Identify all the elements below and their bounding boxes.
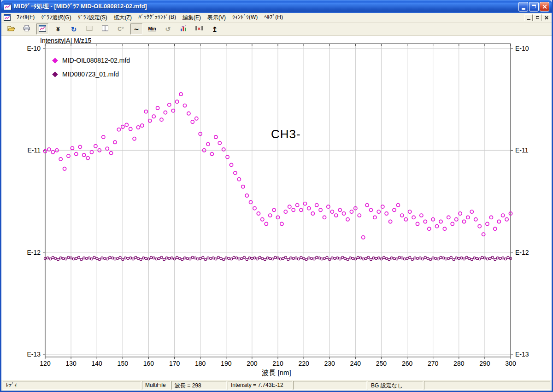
x-tick-label: 190 <box>221 360 232 367</box>
status-wavelength: 波長 = 298 <box>171 381 227 390</box>
export-button[interactable]: ↥ <box>209 23 221 35</box>
printer-icon <box>23 25 30 34</box>
legend-marker-diamond-icon <box>52 58 58 64</box>
status-intensity: Intensity = 7.743E-12 <box>228 381 292 390</box>
celsius-button: C° <box>115 23 127 35</box>
app-window: MIDﾃﾞｰﾀ処理 - [MIDｸﾞﾗﾌ MID-OIL080812-02.mf… <box>0 0 553 392</box>
menu-graph-select[interactable]: ｸﾞﾗﾌ選択(G) <box>38 13 74 23</box>
child-close-icon <box>544 16 548 20</box>
x-tick-label: 280 <box>453 360 465 367</box>
chart-annotation: CH3- <box>271 127 301 141</box>
menu-view[interactable]: 表示(V) <box>204 13 229 23</box>
maximize-icon <box>532 5 536 8</box>
y-tick-label-left: E-11 <box>27 146 41 154</box>
child-minimize-button[interactable] <box>524 14 533 21</box>
child-minimize-icon <box>527 19 530 20</box>
x-tick-label: 210 <box>272 360 283 367</box>
open-file-button[interactable] <box>5 23 17 35</box>
wave-display-button[interactable]: ~ <box>130 23 142 35</box>
status-mode: MultiFile <box>142 381 171 390</box>
legend-label: MID080723_01.mfd <box>62 70 119 78</box>
minimize-button[interactable] <box>518 2 528 12</box>
y-tick-label-left: E-13 <box>27 351 41 358</box>
x-tick-label: 230 <box>324 360 335 367</box>
legend-item: MID-OIL080812-02.mfd <box>53 53 130 67</box>
split-view-button[interactable] <box>99 23 111 35</box>
min-button[interactable]: Min <box>146 23 158 35</box>
scale-settings-button[interactable]: ¥ <box>52 23 64 35</box>
y-tick-label-right: E-12 <box>515 249 529 256</box>
menu-graph-settings[interactable]: ｸﾞﾗﾌ設定(S) <box>75 13 111 23</box>
maximize-button[interactable] <box>529 2 539 12</box>
loop-icon: ↺ <box>165 26 171 32</box>
legend-item: MID080723_01.mfd <box>53 67 130 81</box>
status-bg: BG 設定なし <box>368 381 423 390</box>
x-tick-label: 170 <box>169 360 180 367</box>
chart-title: Intensity[A] M/z15 <box>40 37 91 44</box>
chart-plot[interactable]: 1201301401501601701801902002102202302402… <box>1 36 552 380</box>
child-restore-icon <box>536 16 539 19</box>
menu-zoom[interactable]: 拡大(Z) <box>111 13 135 23</box>
titlebar: MIDﾃﾞｰﾀ処理 - [MIDｸﾞﾗﾌ MID-OIL080812-02.mf… <box>1 0 552 13</box>
menu-edit[interactable]: 編集(E) <box>179 13 204 23</box>
x-tick-label: 240 <box>350 360 361 367</box>
graph-window-icon <box>39 25 46 34</box>
legend-marker-diamond-icon <box>52 71 58 77</box>
x-tick-label: 270 <box>428 360 439 367</box>
panel-icon <box>86 25 93 34</box>
menu-help[interactable]: ﾍﾙﾌﾟ(H) <box>261 13 286 23</box>
menu-window[interactable]: ｳｨﾝﾄﾞｳ(W) <box>229 13 261 23</box>
y-tick-label-right: E-13 <box>515 351 529 358</box>
refresh-icon: ↻ <box>71 26 77 33</box>
close-icon <box>542 4 547 9</box>
multi-graph-icon <box>180 25 187 34</box>
up-arrow-icon: ↥ <box>212 26 218 33</box>
celsius-icon: C° <box>118 26 124 32</box>
x-tick-label: 120 <box>40 360 51 367</box>
yen-icon: ¥ <box>56 26 60 32</box>
x-tick-label: 200 <box>247 360 258 367</box>
x-tick-label: 150 <box>118 360 129 367</box>
split-panel-icon <box>101 25 109 34</box>
x-tick-label: 180 <box>195 360 206 367</box>
panel-button <box>83 23 95 35</box>
statusbar: ﾚﾃﾞｨMultiFile波長 = 298Intensity = 7.743E-… <box>1 380 552 391</box>
x-tick-label: 300 <box>505 360 516 367</box>
status-spare <box>293 381 367 390</box>
x-tick-label: 250 <box>376 360 387 367</box>
x-tick-label: 260 <box>402 360 413 367</box>
multi-graph-button[interactable] <box>177 23 189 35</box>
legend-label: MID-OIL080812-02.mfd <box>62 57 130 64</box>
menu-background[interactable]: ﾊﾞｯｸｸﾞﾗｳﾝﾄﾞ(B) <box>135 13 179 23</box>
cut-region-icon: × <box>195 25 203 34</box>
chart-region: 1201301401501601701801902002102202302402… <box>1 36 552 380</box>
minimize-icon <box>522 8 525 10</box>
x-tick-label: 130 <box>65 360 76 367</box>
close-button[interactable] <box>540 2 549 12</box>
window-title: MIDﾃﾞｰﾀ処理 - [MIDｸﾞﾗﾌ MID-OIL080812-02.mf… <box>14 2 518 11</box>
child-restore-button[interactable] <box>533 14 541 21</box>
menubar: ﾌｧｲﾙ(F)ｸﾞﾗﾌ選択(G)ｸﾞﾗﾌ設定(S)拡大(Z)ﾊﾞｯｸｸﾞﾗｳﾝﾄ… <box>1 13 552 23</box>
x-tick-label: 140 <box>92 360 103 367</box>
print-button[interactable] <box>21 23 33 35</box>
y-tick-label-left: E-10 <box>27 45 41 52</box>
status-spare-2 <box>424 381 550 390</box>
x-tick-label: 160 <box>143 360 154 367</box>
y-tick-label-right: E-10 <box>515 45 529 52</box>
wave-icon: ~ <box>134 25 139 33</box>
menu-file[interactable]: ﾌｧｲﾙ(F) <box>13 13 38 23</box>
folder-open-icon <box>7 25 15 34</box>
min-icon: Min <box>148 27 156 31</box>
app-icon <box>4 2 12 11</box>
svg-text:×: × <box>198 25 200 31</box>
child-window-icon <box>4 14 12 21</box>
status-ready: ﾚﾃﾞｨ <box>3 381 141 390</box>
x-tick-label: 220 <box>298 360 309 367</box>
graph-view-button[interactable] <box>36 23 48 35</box>
child-close-button[interactable] <box>542 14 550 21</box>
x-axis-title: 波長 [nm] <box>1 369 552 377</box>
toolbar: ¥↻C°~Min↺×↥ <box>1 23 552 36</box>
delete-region-button[interactable]: × <box>193 23 205 35</box>
x-tick-label: 290 <box>479 360 490 367</box>
refresh-button[interactable]: ↻ <box>68 23 80 35</box>
